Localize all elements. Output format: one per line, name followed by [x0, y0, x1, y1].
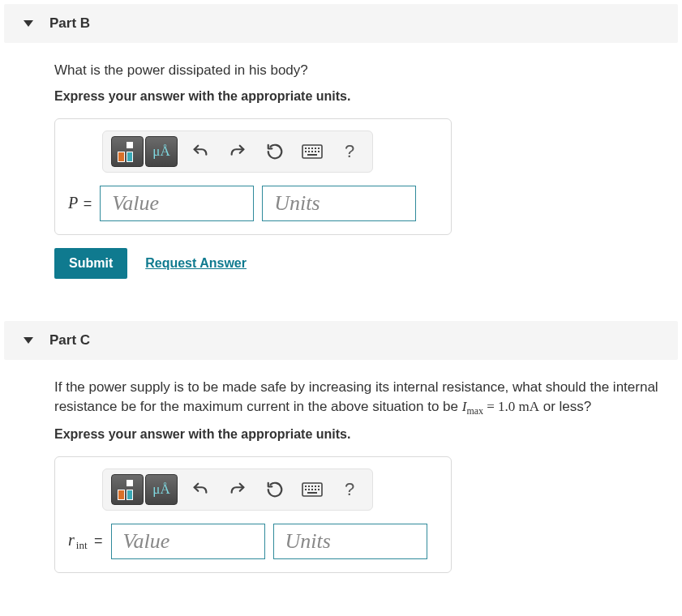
undo-button[interactable] — [186, 137, 215, 166]
part-b-answer-row: P = — [68, 186, 438, 221]
part-b-question: What is the power dissipated in his body… — [54, 61, 678, 81]
symbols-label: μÅ — [152, 143, 169, 160]
symbols-label: μÅ — [152, 481, 169, 498]
reset-icon — [266, 481, 284, 498]
svg-rect-21 — [315, 489, 316, 490]
svg-rect-16 — [315, 486, 316, 487]
part-b-value-input[interactable] — [100, 186, 254, 221]
part-c-answer-box: μÅ ? rint = — [54, 456, 452, 573]
svg-rect-2 — [308, 148, 310, 149]
svg-rect-8 — [311, 151, 313, 152]
keyboard-button[interactable] — [298, 475, 327, 504]
redo-icon — [229, 481, 247, 498]
svg-rect-7 — [308, 151, 310, 152]
part-c-instruction: Express your answer with the appropriate… — [54, 427, 678, 442]
svg-rect-11 — [307, 154, 317, 156]
templates-button[interactable] — [111, 136, 144, 167]
svg-rect-10 — [318, 151, 320, 152]
help-button[interactable]: ? — [335, 475, 364, 504]
help-button[interactable]: ? — [335, 137, 364, 166]
symbols-button[interactable]: μÅ — [145, 136, 178, 167]
svg-rect-1 — [305, 148, 307, 149]
redo-icon — [229, 143, 247, 160]
symbols-button[interactable]: μÅ — [145, 474, 178, 505]
request-answer-link[interactable]: Request Answer — [145, 256, 247, 271]
reset-button[interactable] — [260, 475, 290, 504]
svg-rect-22 — [318, 489, 320, 490]
part-c-question: If the power supply is to be made safe b… — [54, 378, 678, 419]
svg-rect-6 — [305, 151, 307, 152]
help-icon: ? — [345, 479, 354, 500]
reset-button[interactable] — [260, 137, 290, 166]
part-b-variable: P = — [68, 194, 92, 212]
part-b-answer-box: μÅ ? P = — [54, 118, 452, 235]
keyboard-button[interactable] — [298, 137, 327, 166]
part-b-instruction: Express your answer with the appropriate… — [54, 89, 678, 104]
answer-toolbar: μÅ ? — [102, 468, 373, 511]
svg-rect-20 — [311, 489, 313, 490]
templates-icon — [112, 137, 143, 166]
submit-button[interactable]: Submit — [54, 248, 127, 279]
part-b-header[interactable]: Part B — [4, 4, 678, 43]
svg-rect-17 — [318, 486, 320, 487]
part-c-header[interactable]: Part C — [4, 321, 678, 360]
keyboard-icon — [302, 144, 323, 159]
undo-icon — [191, 143, 209, 160]
undo-icon — [191, 481, 209, 498]
svg-rect-13 — [305, 486, 307, 487]
part-b-title: Part B — [49, 15, 90, 32]
part-c-answer-row: rint = — [68, 524, 438, 559]
svg-rect-19 — [308, 489, 310, 490]
undo-button[interactable] — [186, 475, 215, 504]
toolbar-group-templates: μÅ — [111, 474, 178, 505]
part-b-units-input[interactable] — [262, 186, 416, 221]
svg-rect-4 — [315, 148, 316, 149]
caret-down-icon — [24, 337, 33, 344]
part-c-body: If the power supply is to be made safe b… — [4, 360, 678, 589]
part-b-body: What is the power dissipated in his body… — [4, 43, 678, 295]
help-icon: ? — [345, 141, 354, 162]
answer-toolbar: μÅ ? — [102, 130, 373, 173]
reset-icon — [266, 143, 284, 160]
part-b-actions: Submit Request Answer — [54, 248, 678, 279]
templates-icon — [112, 475, 143, 504]
redo-button[interactable] — [223, 475, 252, 504]
svg-rect-23 — [307, 492, 317, 494]
svg-rect-15 — [311, 486, 313, 487]
part-c-variable: rint = — [68, 531, 103, 552]
caret-down-icon — [24, 20, 33, 27]
svg-rect-3 — [311, 148, 313, 149]
part-c-title: Part C — [49, 332, 90, 349]
svg-rect-9 — [315, 151, 316, 152]
part-c-value-input[interactable] — [111, 524, 265, 559]
templates-button[interactable] — [111, 474, 144, 505]
svg-rect-18 — [305, 489, 307, 490]
keyboard-icon — [302, 482, 323, 497]
part-c-units-input[interactable] — [273, 524, 427, 559]
redo-button[interactable] — [223, 137, 252, 166]
toolbar-group-templates: μÅ — [111, 136, 178, 167]
svg-rect-14 — [308, 486, 310, 487]
svg-rect-5 — [318, 148, 320, 149]
